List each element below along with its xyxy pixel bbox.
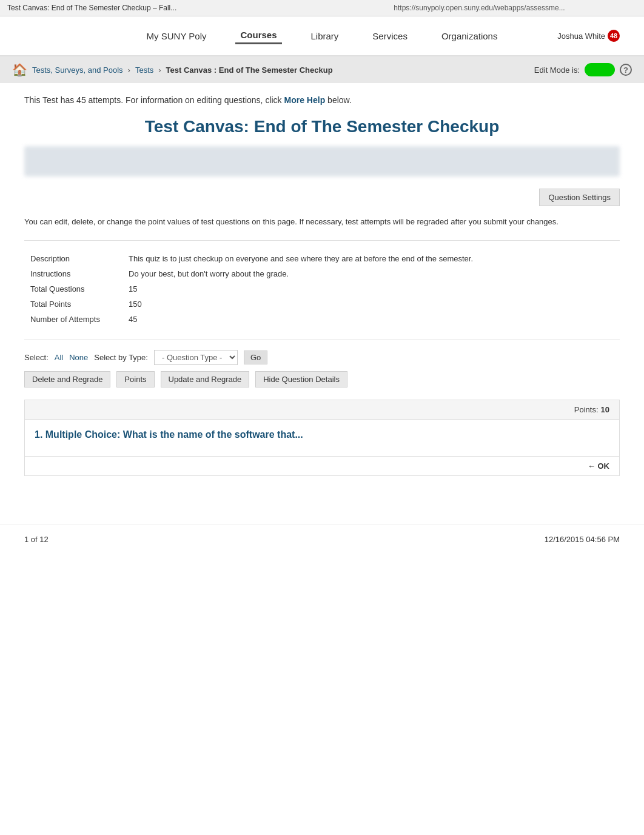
- question-card-1: Points: 10 1. Multiple Choice: What is t…: [24, 400, 620, 476]
- nav-user: Joshua White 48: [557, 30, 620, 42]
- total-points-label: Total Points: [25, 297, 122, 311]
- home-icon[interactable]: 🏠: [12, 62, 27, 77]
- question-card-body: 1. Multiple Choice: What is the name of …: [25, 420, 619, 456]
- total-questions-row: Total Questions 15: [25, 282, 619, 296]
- attempts-notice-text: This Test has 45 attempts. For informati…: [24, 95, 284, 105]
- divider-1: [24, 240, 620, 241]
- question-card-header: Points: 10: [25, 400, 619, 420]
- select-by-type-label: Select by Type:: [94, 353, 148, 362]
- select-controls: Select: All None Select by Type: - Quest…: [24, 350, 620, 365]
- breadcrumb: 🏠 Tests, Surveys, and Pools › Tests › Te…: [12, 62, 333, 77]
- attempts-value: 45: [124, 312, 619, 326]
- instructions-row: Instructions Do your best, but don't wor…: [25, 267, 619, 281]
- top-nav: My SUNY Poly Courses Library Services Or…: [0, 16, 644, 56]
- total-points-value: 150: [124, 297, 619, 311]
- description-label: Description: [25, 252, 122, 266]
- page-header: 🏠 Tests, Surveys, and Pools › Tests › Te…: [0, 56, 644, 83]
- select-all-link[interactable]: All: [55, 353, 63, 362]
- points-label: Points:: [574, 405, 599, 414]
- main-content: This Test has 45 attempts. For informati…: [0, 83, 644, 500]
- nav-item-library[interactable]: Library: [306, 29, 344, 44]
- nav-item-courses[interactable]: Courses: [235, 27, 281, 44]
- question-settings-button[interactable]: Question Settings: [539, 189, 620, 206]
- attempts-notice-end: below.: [325, 95, 352, 105]
- ok-bar: ← OK: [25, 456, 619, 475]
- instructions-label: Instructions: [25, 267, 122, 281]
- breadcrumb-tests-surveys[interactable]: Tests, Surveys, and Pools: [32, 65, 123, 75]
- points-value: 10: [601, 405, 609, 414]
- question-settings-bar: Question Settings: [24, 189, 620, 206]
- points-button[interactable]: Points: [116, 371, 154, 387]
- description-value: This quiz is to just checkup on everyone…: [124, 252, 619, 266]
- nav-item-mysuny[interactable]: My SUNY Poly: [142, 29, 212, 44]
- info-text: You can edit, delete, or change the poin…: [24, 216, 620, 228]
- nav-item-organizations[interactable]: Organizations: [437, 29, 503, 44]
- edit-mode-label: Edit Mode is:: [534, 65, 580, 75]
- blurred-description: [24, 146, 620, 176]
- timestamp: 12/16/2015 04:56 PM: [545, 535, 620, 544]
- instructions-value: Do your best, but don't worry about the …: [124, 267, 619, 281]
- attempts-label: Number of Attempts: [25, 312, 122, 326]
- attempts-notice: This Test has 45 attempts. For informati…: [24, 95, 620, 105]
- total-questions-label: Total Questions: [25, 282, 122, 296]
- hide-question-details-button[interactable]: Hide Question Details: [255, 371, 347, 387]
- total-questions-value: 15: [124, 282, 619, 296]
- user-name: Joshua White: [557, 32, 605, 41]
- attempts-row: Number of Attempts 45: [25, 312, 619, 326]
- question-text: 1. Multiple Choice: What is the name of …: [35, 429, 609, 440]
- delete-regrade-button[interactable]: Delete and Regrade: [24, 371, 110, 387]
- question-type-dropdown[interactable]: - Question Type -: [154, 350, 238, 365]
- browser-bar: Test Canvas: End of The Semester Checkup…: [0, 0, 644, 16]
- help-icon[interactable]: ?: [620, 64, 632, 76]
- divider-2: [24, 340, 620, 340]
- action-buttons: Delete and Regrade Points Update and Reg…: [24, 371, 620, 387]
- select-label: Select:: [24, 353, 49, 362]
- ok-button[interactable]: ← OK: [588, 461, 609, 471]
- select-go-button[interactable]: Go: [244, 350, 267, 364]
- breadcrumb-tests[interactable]: Tests: [135, 65, 153, 75]
- url-bar: https://sunypoly.open.suny.edu/webapps/a…: [322, 4, 637, 12]
- select-none-link[interactable]: None: [69, 353, 88, 362]
- more-help-link[interactable]: More Help: [284, 95, 326, 105]
- breadcrumb-current: Test Canvas : End of The Semester Checku…: [166, 65, 333, 75]
- page-info: 1 of 12: [24, 535, 49, 544]
- total-points-row: Total Points 150: [25, 297, 619, 311]
- update-regrade-button[interactable]: Update and Regrade: [161, 371, 250, 387]
- breadcrumb-separator-2: ›: [158, 65, 161, 75]
- edit-mode-toggle[interactable]: [585, 63, 615, 76]
- metadata-table: Description This quiz is to just checkup…: [24, 250, 620, 327]
- page-title: Test Canvas: End of The Semester Checkup: [24, 117, 620, 136]
- tab-title: Test Canvas: End of The Semester Checkup…: [7, 4, 322, 12]
- breadcrumb-separator-1: ›: [128, 65, 130, 75]
- nav-item-services[interactable]: Services: [367, 29, 412, 44]
- footer: 1 of 12 12/16/2015 04:56 PM: [0, 525, 644, 554]
- edit-mode-control: Edit Mode is: ?: [534, 63, 632, 76]
- nav-badge: 48: [608, 30, 620, 42]
- description-row: Description This quiz is to just checkup…: [25, 252, 619, 266]
